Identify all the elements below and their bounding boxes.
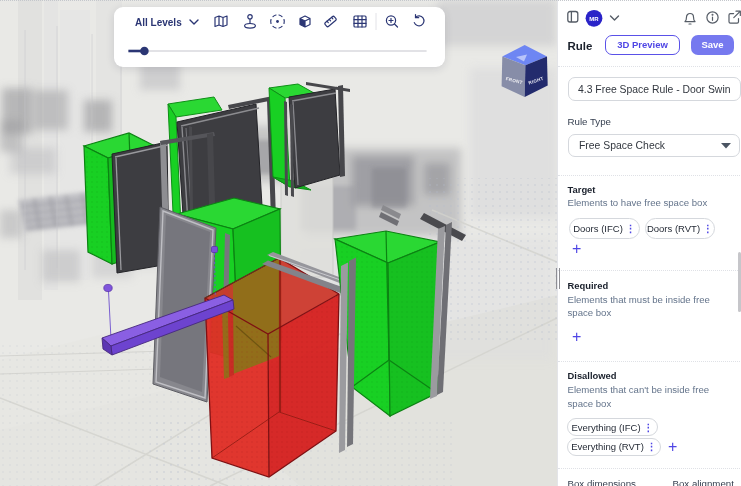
svg-text:MR: MR <box>589 15 599 21</box>
svg-text:All Levels: All Levels <box>135 17 182 28</box>
